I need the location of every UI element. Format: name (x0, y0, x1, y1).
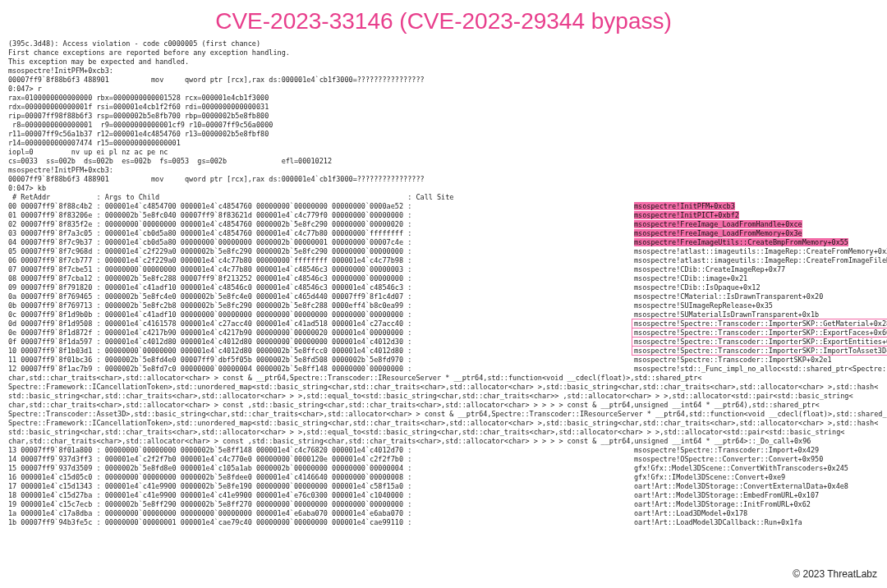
stack-row: 0a 00007ff9`8f769465 : 0000002b`5e8fc4e0… (8, 292, 879, 301)
dump-line: char,std::char_traits<char>,std::allocat… (8, 437, 879, 446)
dump-line: Spectre::Framework::ICancellationToken>,… (8, 383, 879, 392)
call-site: msospectre!atlast::imageutils::ImageRep:… (634, 247, 887, 256)
call-site: msospectre!OSpectre::Converter::Convert+… (634, 455, 879, 464)
dump-line: msospectre!InitPFM+0xcb3: (8, 166, 879, 175)
stack-left: 17 000001e4`c15d1343 : 000001e4`c41e9900… (8, 482, 634, 491)
dump-line: r11=00007ff9c56a1b37 r12=000001e4c485476… (8, 130, 879, 139)
stack-row: 08 00007ff9`8f7cba12 : 0000002b`5e8fc288… (8, 274, 879, 283)
dump-line: First chance exceptions are reported bef… (8, 48, 879, 57)
stack-row: 0b 00007ff9`8f769713 : 0000002b`5e8fc2b8… (8, 301, 879, 310)
dump-line: Spectre::Transcoder::Asset3D>,std::basic… (8, 410, 879, 419)
stack-left: 0d 00007ff9`8f1d9508 : 000001e4`c4161578… (8, 319, 634, 328)
stack-row: 10 00007ff9`8f1b03d1 : 00000000`00000000… (8, 347, 879, 356)
stack-row: 09 00007ff9`8f791820 : 000001e4`c41adf10… (8, 283, 879, 292)
stack-left: 10 00007ff9`8f1b03d1 : 00000000`00000000… (8, 347, 634, 356)
dump-line: msospectre!InitPFM+0xcb3: (8, 67, 879, 76)
stack-left: 18 000001e4`c15d27ba : 000001e4`c41e9900… (8, 491, 634, 500)
call-site: oart!Art::LoadModel3DCallback::Run+0x1fa (634, 518, 879, 527)
call-site: msospectre!CDib::CreateImageRep+0x77 (634, 265, 879, 274)
stack-row: 01 00007ff9`8f83206e : 0000002b`5e8fc040… (8, 211, 879, 220)
stack-row: 05 00007ff9`8f7c968d : 000001e4`c2f229a0… (8, 247, 879, 256)
stack-left: 07 00007ff9`8f7cbe51 : 00000000`00000000… (8, 265, 634, 274)
call-site: gfx!Gfx::IModel3DScene::Convert+0xe9 (634, 473, 879, 482)
dump-line: (395c.3d48): Access violation - code c00… (8, 39, 879, 48)
stack-row: 1b 00007ff9`94b3fe5c : 00000000`00000001… (8, 518, 879, 527)
stack-left: 11 00007ff9`8f01bc36 : 0000002b`5e8fd4e0… (8, 356, 634, 365)
stack-left: 00 00007ff9`8f88c4b2 : 000001e4`c4854700… (8, 202, 634, 211)
stack-left: 03 00007ff9`8f7a3c05 : 000001e4`cb0d5a80… (8, 229, 634, 238)
dump-line: 00007ff9`8f88b6f3 488901 mov qword ptr [… (8, 76, 879, 85)
call-site: msospectre!Spectre::Transcoder::ImportSK… (634, 356, 879, 365)
dump-line: std::basic_string<char,std::char_traits<… (8, 392, 879, 401)
stack-row: 04 00007ff9`8f7c9b37 : 000001e4`cb0d5a80… (8, 238, 879, 247)
dump-line: cs=0033 ss=002b ds=002b es=002b fs=0053 … (8, 157, 879, 166)
stack-row: 18 000001e4`c15d27ba : 000001e4`c41e9900… (8, 491, 879, 500)
stack-row: 07 00007ff9`8f7cbe51 : 00000000`00000000… (8, 265, 879, 274)
stack-left: 06 00007ff9`8f7cb777 : 000001e4`c2f229a0… (8, 256, 634, 265)
dump-line: 0:047> kb (8, 184, 879, 193)
call-site: msospectre!InitPFM+0xcb3 (634, 202, 879, 211)
stack-left: 19 000001e4`c15c7ecb : 0000002b`5e8ff290… (8, 500, 634, 509)
stack-row: 03 00007ff9`8f7a3c05 : 000001e4`cb0d5a80… (8, 229, 879, 238)
stack-left: 0e 00007ff9`8f1d872f : 000001e4`c4217b90… (8, 328, 634, 338)
stack-left: 02 00007ff9`8f835f2e : 00000000`00000000… (8, 220, 634, 229)
dump-line: r8=0000000000000001 r9=00000000000001cf9… (8, 121, 879, 130)
call-site: msospectre!InitPICT+0xbf2 (634, 211, 879, 220)
stack-row: 02 00007ff9`8f835f2e : 00000000`00000000… (8, 220, 879, 229)
stack-left: 0a 00007ff9`8f769465 : 0000002b`5e8fc4e0… (8, 292, 634, 301)
dump-line: std::basic_string<char,std::char_traits<… (8, 428, 879, 437)
credit: © 2023 ThreatLabz (793, 568, 877, 580)
stack-left: 01 00007ff9`8f83206e : 0000002b`5e8fc040… (8, 211, 634, 220)
dump-line: r14=0000000000007474 r15=000000000000000… (8, 139, 879, 148)
stack-row: 1a 000001e4`c17a8dba : 00000000`00000000… (8, 509, 879, 518)
stack-left: 0f 00007ff9`8f1da597 : 000001e4`c4012d80… (8, 338, 634, 347)
call-site: msospectre!CDib::IsOpaque+0x12 (634, 283, 879, 292)
call-site: oart!Art::Model3DStorage::EmbedFromURL+0… (634, 491, 879, 500)
stack-left: 05 00007ff9`8f7c968d : 000001e4`c2f229a0… (8, 247, 634, 256)
stack-left: 12 00007ff9`8f1ac7b9 : 0000002b`5e8fd7c0… (8, 365, 634, 374)
stack-row: 14 00007ff9`937d3ff3 : 000001e4`c2f2f7b0… (8, 455, 879, 464)
call-site: oart!Art::Model3DStorage::ConvertExterna… (634, 482, 879, 491)
stack-left: 0c 00007ff9`8f1d9b0b : 000001e4`c41adf10… (8, 310, 634, 319)
dump-line: char,std::char_traits<char>,std::allocat… (8, 401, 879, 410)
dump-line: This exception may be expected and handl… (8, 57, 879, 67)
stack-row: 13 00007ff9`8f01a800 : 00000000`00000000… (8, 446, 879, 455)
stack-left: 15 00007ff9`937d3509 : 0000002b`5e8fd8e0… (8, 464, 634, 473)
call-site: oart!Art::Model3DStorage::InitFromURL+0x… (634, 500, 879, 509)
call-site: msospectre!FreeImageUtils::CreateBmpFrom… (634, 238, 879, 247)
stack-left: 14 00007ff9`937d3ff3 : 000001e4`c2f2f7b0… (8, 455, 634, 464)
stack-left: 1a 000001e4`c17a8dba : 00000000`00000000… (8, 509, 634, 518)
dump-line: Spectre::Framework::ICancellationToken>,… (8, 419, 879, 428)
stack-row: 16 000001e4`c15d05c0 : 00000000`00000000… (8, 473, 879, 482)
dump-line: rip=00007ff98f88b6f3 rsp=0000002b5e8fb70… (8, 112, 879, 121)
dump-line: char,std::char_traits<char>,std::allocat… (8, 374, 879, 383)
stack-row: 00 00007ff9`8f88c4b2 : 000001e4`c4854700… (8, 202, 879, 211)
stack-left: 13 00007ff9`8f01a800 : 00000000`00000000… (8, 446, 634, 455)
stack-row: 19 000001e4`c15c7ecb : 0000002b`5e8ff290… (8, 500, 879, 509)
call-site: msospectre!Spectre::Transcoder::Import+0… (634, 446, 879, 455)
dump-line: iopl=0 nv up ei pl nz ac pe nc (8, 148, 879, 157)
call-site: msospectre!Spectre::Transcoder::Importer… (634, 347, 887, 356)
stack-left: 0b 00007ff9`8f769713 : 0000002b`5e8fc2b8… (8, 301, 634, 310)
stack-row: 06 00007ff9`8f7cb777 : 000001e4`c2f229a0… (8, 256, 879, 265)
call-site: msospectre!FreeImage_LoadFromMemory+0x3e (634, 229, 879, 238)
page-title: CVE-2023-33146 (CVE-2023-29344 bypass) (0, 0, 887, 39)
dump-line: 0:047> r (8, 85, 879, 94)
call-site: oart!Art::Load3DModel+0x178 (634, 509, 879, 518)
call-site: msospectre!SUImageRepRelease+0x35 (634, 301, 879, 310)
dump-line: # RetAddr : Args to Child : Call Site (8, 193, 879, 202)
stack-left: 09 00007ff9`8f791820 : 000001e4`c41adf10… (8, 283, 634, 292)
stack-row: 17 000001e4`c15d1343 : 000001e4`c41e9900… (8, 482, 879, 491)
stack-row: 12 00007ff9`8f1ac7b9 : 0000002b`5e8fd7c0… (8, 365, 879, 374)
dump-line: 00007ff9`8f88b6f3 488901 mov qword ptr [… (8, 175, 879, 184)
stack-row: 15 00007ff9`937d3509 : 0000002b`5e8fd8e0… (8, 464, 879, 473)
call-site: msospectre!std::_Func_impl_no_alloc<std:… (634, 365, 887, 374)
call-site: msospectre!atlast::imageutils::ImageRep:… (634, 256, 887, 265)
call-site: msospectre!CDib::image+0x21 (634, 274, 879, 283)
dump-line: rdx=000000000000001f rsi=000001e4cb1f2f6… (8, 103, 879, 112)
stack-left: 08 00007ff9`8f7cba12 : 0000002b`5e8fc288… (8, 274, 634, 283)
call-site: msospectre!CMaterial::IsDrawnTransparent… (634, 292, 879, 301)
stack-left: 04 00007ff9`8f7c9b37 : 000001e4`cb0d5a80… (8, 238, 634, 247)
dump-line: rax=0100000000000000 rbx=000000000000152… (8, 94, 879, 103)
call-site: gfx!Gfx::Model3DScene::ConvertWithTransc… (634, 464, 879, 473)
